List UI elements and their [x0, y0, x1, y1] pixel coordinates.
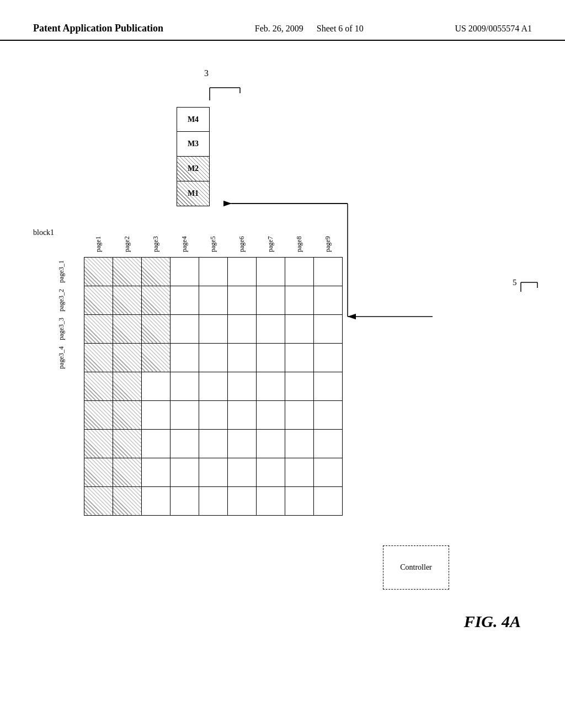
cell-r2-c5: [199, 286, 227, 314]
row-label-page3_1: page3_1: [55, 260, 66, 283]
grid-row-4: page3_4: [55, 343, 342, 372]
controller-number: 5: [513, 278, 517, 287]
grid-row-labels-header: page1 page2 page3 page4 page5 page6 page…: [55, 228, 342, 257]
cell-r7-c5: [199, 429, 227, 458]
cell-r9-c7: [256, 486, 285, 515]
cell-r9-c1: [84, 486, 113, 515]
cell-r8-c1: [84, 458, 113, 486]
cell-r9-c4: [170, 486, 199, 515]
cell-r6-c6: [227, 400, 256, 429]
cell-r2-c7: [256, 286, 285, 314]
memory-block-M3: M3: [177, 132, 210, 157]
cell-r2-c4: [170, 286, 199, 314]
cell-r1-c4: [170, 257, 199, 286]
cell-r9-c5: [199, 486, 227, 515]
cell-r6-c7: [256, 400, 285, 429]
cell-r7-c7: [256, 429, 285, 458]
cell-r2-c8: [285, 286, 313, 314]
cell-r2-c1: [84, 286, 113, 314]
cell-r5-c8: [285, 372, 313, 400]
controller-text: Controller: [400, 563, 432, 572]
stack-number-label: 3: [204, 68, 209, 78]
cell-r7-c8: [285, 429, 313, 458]
col-label-page1: page1: [84, 228, 113, 257]
col-label-page6: page6: [227, 228, 256, 257]
cell-r8-c9: [313, 458, 342, 486]
cell-r3-c9: [313, 314, 342, 343]
figure-label: FIG. 4A: [464, 612, 521, 631]
cell-r5-c3: [141, 372, 170, 400]
cell-r8-c8: [285, 458, 313, 486]
cell-r1-c7: [256, 257, 285, 286]
cell-r6-c5: [199, 400, 227, 429]
cell-r6-c3: [141, 400, 170, 429]
cell-r8-c7: [256, 458, 285, 486]
cell-r1-c8: [285, 257, 313, 286]
cell-r7-c6: [227, 429, 256, 458]
cell-r3-c1: [84, 314, 113, 343]
cell-r4-c5: [199, 343, 227, 372]
memory-block-M1: M1: [177, 181, 210, 206]
cell-r5-c1: [84, 372, 113, 400]
cell-r7-c3: [141, 429, 170, 458]
cell-r7-c2: [113, 429, 141, 458]
cell-r6-c2: [113, 400, 141, 429]
cell-r4-c8: [285, 343, 313, 372]
row-label-page3_3: page3_3: [55, 318, 66, 340]
cell-r3-c6: [227, 314, 256, 343]
cell-r1-c5: [199, 257, 227, 286]
row-label-page3_4: page3_4: [55, 346, 66, 369]
col-label-page7: page7: [256, 228, 285, 257]
cell-r3-c2: [113, 314, 141, 343]
cell-r6-c4: [170, 400, 199, 429]
col-label-page8: page8: [285, 228, 313, 257]
controller-box: Controller: [383, 545, 449, 590]
memory-grid-table: page1 page2 page3 page4 page5 page6 page…: [55, 228, 343, 516]
cell-r5-c4: [170, 372, 199, 400]
cell-r1-c6: [227, 257, 256, 286]
grid-row-8: [55, 458, 342, 486]
cell-r8-c5: [199, 458, 227, 486]
cell-r8-c3: [141, 458, 170, 486]
grid-row-3: page3_3: [55, 314, 342, 343]
col-label-page4: page4: [170, 228, 199, 257]
cell-r4-c6: [227, 343, 256, 372]
m3-label: M3: [188, 140, 199, 148]
cell-r5-c5: [199, 372, 227, 400]
cell-r9-c8: [285, 486, 313, 515]
cell-r1-c9: [313, 257, 342, 286]
publication-number: US 2009/0055574 A1: [455, 22, 532, 35]
memory-stack: 3 M4 M3 M2 M1: [177, 85, 243, 206]
cell-r9-c3: [141, 486, 170, 515]
memory-block-M4: M4: [177, 107, 210, 132]
cell-r3-c3: [141, 314, 170, 343]
cell-r5-c2: [113, 372, 141, 400]
memory-block-M2: M2: [177, 157, 210, 181]
cell-r4-c3: [141, 343, 170, 372]
cell-r3-c8: [285, 314, 313, 343]
grid-row-5: [55, 372, 342, 400]
grid-row-1: page3_1: [55, 257, 342, 286]
grid-diagram: page1 page2 page3 page4 page5 page6 page…: [55, 228, 343, 516]
col-label-page3: page3: [141, 228, 170, 257]
cell-r3-c7: [256, 314, 285, 343]
cell-r6-c9: [313, 400, 342, 429]
grid-row-7: [55, 429, 342, 458]
cell-r7-c9: [313, 429, 342, 458]
cell-r7-c4: [170, 429, 199, 458]
cell-r8-c4: [170, 458, 199, 486]
cell-r4-c4: [170, 343, 199, 372]
publication-title: Patent Application Publication: [33, 22, 163, 35]
cell-r2-c2: [113, 286, 141, 314]
publication-date: Feb. 26, 2009: [255, 24, 303, 33]
sheet-info: Sheet 6 of 10: [317, 24, 364, 33]
m2-label: M2: [188, 164, 199, 173]
cell-r1-c1: [84, 257, 113, 286]
cell-r4-c2: [113, 343, 141, 372]
cell-r2-c6: [227, 286, 256, 314]
page-header: Patent Application Publication Feb. 26, …: [0, 0, 565, 41]
cell-r2-c3: [141, 286, 170, 314]
m1-label: M1: [188, 189, 199, 198]
block1-label: block1: [33, 228, 54, 237]
diagram-content: 3 M4 M3 M2 M1: [0, 41, 565, 703]
